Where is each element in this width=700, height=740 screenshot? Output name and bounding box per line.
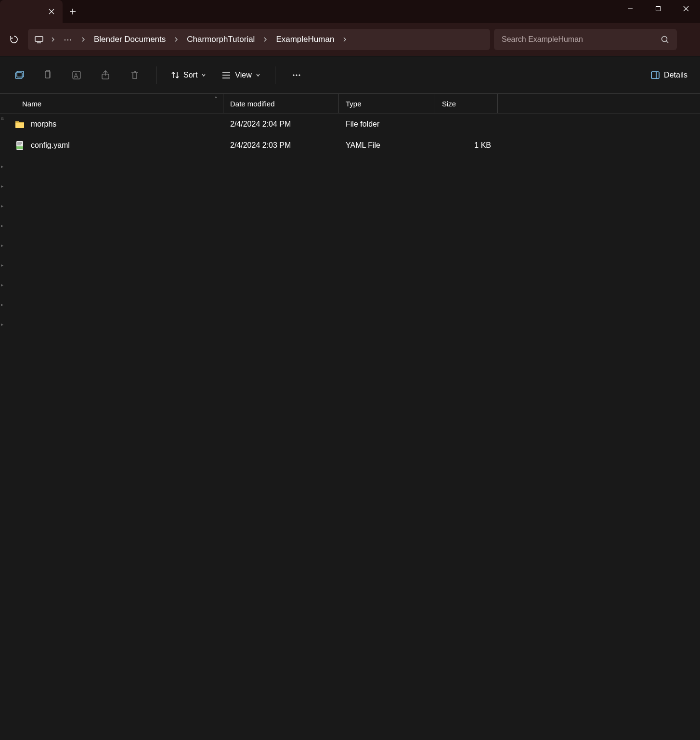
address-bar[interactable]: ⋯ Blender Documents CharmorphTutorial Ex… — [28, 29, 490, 50]
file-size: 1 KB — [435, 141, 498, 150]
chevron-right-icon[interactable] — [78, 37, 88, 42]
search-icon[interactable] — [661, 35, 669, 44]
svg-rect-0 — [656, 7, 661, 11]
expand-caret-icon[interactable]: ▸ — [0, 282, 6, 287]
search-bar[interactable] — [494, 29, 677, 50]
titlebar — [0, 0, 700, 23]
expand-caret-icon[interactable]: ▸ — [0, 223, 6, 228]
sort-button[interactable]: Sort — [166, 64, 211, 87]
search-input[interactable] — [502, 35, 657, 44]
expand-caret-icon[interactable]: ▸ — [0, 302, 6, 307]
expand-caret-icon[interactable]: ▸ — [0, 243, 6, 248]
window-controls — [616, 0, 700, 17]
file-date: 2/4/2024 2:04 PM — [223, 120, 339, 129]
svg-point-9 — [293, 74, 294, 76]
close-tab-icon[interactable] — [48, 8, 55, 15]
file-name: morphs — [31, 120, 56, 129]
more-button[interactable] — [285, 64, 308, 87]
close-window-button[interactable] — [672, 0, 700, 17]
expand-caret-icon[interactable]: ▸ — [0, 262, 6, 268]
copy-button[interactable]: A — [65, 64, 89, 87]
expand-caret-icon[interactable]: ▸ — [0, 203, 6, 208]
svg-point-11 — [298, 74, 300, 76]
expand-caret-icon[interactable]: ▸ — [0, 183, 6, 189]
chevron-right-icon[interactable] — [260, 37, 270, 42]
divider — [156, 66, 156, 84]
column-size[interactable]: Size — [435, 94, 498, 113]
svg-rect-1 — [35, 37, 43, 41]
chevron-down-icon — [256, 73, 260, 78]
chevron-down-icon — [201, 73, 206, 78]
view-button[interactable]: View — [217, 64, 265, 87]
command-bar: A Sort View Details — [0, 56, 700, 93]
address-toolbar: ⋯ Blender Documents CharmorphTutorial Ex… — [0, 23, 700, 56]
cut-button[interactable] — [37, 64, 60, 87]
expand-caret-icon[interactable]: ▸ — [0, 164, 6, 169]
minimize-button[interactable] — [616, 0, 644, 17]
chevron-right-icon[interactable] — [48, 37, 58, 42]
file-name: config.yaml — [31, 141, 70, 150]
svg-rect-12 — [651, 72, 659, 78]
details-label: Details — [664, 71, 687, 79]
chevron-right-icon[interactable] — [171, 37, 181, 42]
sort-label: Sort — [183, 71, 197, 79]
file-type: File folder — [339, 120, 435, 129]
svg-rect-16 — [17, 143, 22, 144]
refresh-button[interactable] — [4, 29, 24, 50]
tab-active[interactable] — [0, 0, 63, 23]
details-button[interactable]: Details — [646, 64, 692, 87]
svg-point-10 — [296, 74, 297, 76]
svg-rect-15 — [17, 142, 22, 143]
column-name[interactable]: Name ˄ — [0, 94, 223, 113]
view-label: View — [235, 71, 251, 79]
new-folder-button[interactable] — [8, 64, 31, 87]
column-headers: Name ˄ Date modified Type Size — [0, 93, 700, 114]
expand-caret-icon[interactable]: ▸ — [0, 322, 6, 327]
new-tab-button[interactable] — [63, 0, 83, 23]
breadcrumb-item[interactable]: CharmorphTutorial — [185, 35, 257, 44]
share-button[interactable] — [94, 64, 117, 87]
maximize-button[interactable] — [644, 0, 672, 17]
file-date: 2/4/2024 2:03 PM — [223, 141, 339, 150]
file-row[interactable]: config.yaml2/4/2024 2:03 PMYAML File1 KB — [0, 135, 700, 156]
sidebar-stub[interactable]: a — [0, 116, 4, 121]
svg-rect-17 — [17, 144, 21, 145]
pc-icon — [34, 34, 44, 45]
svg-rect-4 — [17, 71, 24, 77]
nav-pane-edge: a ▸ ▸ ▸ ▸ ▸ ▸ ▸ ▸ ▸ — [0, 164, 6, 327]
column-date[interactable]: Date modified — [223, 94, 339, 113]
chevron-right-icon[interactable] — [340, 37, 350, 42]
breadcrumb-item[interactable]: Blender Documents — [92, 35, 168, 44]
svg-rect-3 — [15, 73, 22, 78]
file-type: YAML File — [339, 141, 435, 150]
breadcrumb-overflow[interactable]: ⋯ — [62, 34, 75, 45]
divider — [275, 66, 275, 84]
file-icon — [14, 140, 25, 151]
svg-text:A: A — [74, 72, 78, 79]
sort-asc-icon: ˄ — [215, 96, 217, 101]
delete-button[interactable] — [123, 64, 146, 87]
file-row[interactable]: morphs2/4/2024 2:04 PMFile folder — [0, 114, 700, 135]
breadcrumb-item[interactable]: ExampleHuman — [274, 35, 336, 44]
svg-point-2 — [662, 37, 667, 42]
file-list: morphs2/4/2024 2:04 PMFile folderconfig.… — [0, 114, 700, 740]
svg-rect-14 — [16, 146, 23, 149]
column-type[interactable]: Type — [339, 94, 435, 113]
folder-icon — [14, 119, 25, 130]
